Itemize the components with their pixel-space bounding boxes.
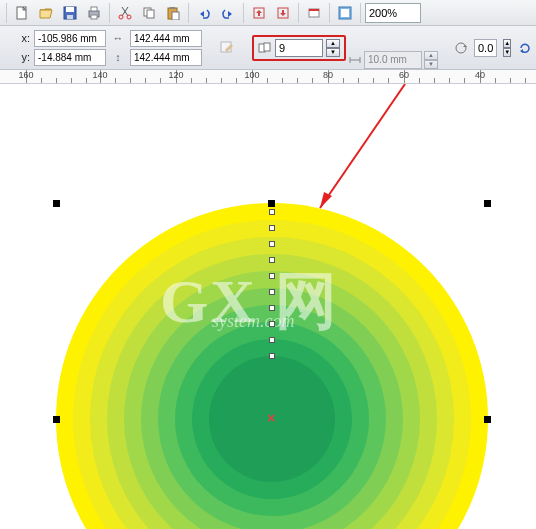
steps-up[interactable]: ▲ bbox=[326, 39, 340, 48]
coord-grid: x: -105.986 mm ↔ 142.444 mm y: -14.884 m… bbox=[16, 30, 202, 66]
x-label: x: bbox=[16, 32, 30, 44]
path-node[interactable] bbox=[269, 353, 275, 359]
extent-spinner[interactable]: ▲ ▼ bbox=[424, 51, 438, 69]
loop-blend-button[interactable] bbox=[517, 37, 533, 59]
open-button[interactable] bbox=[35, 2, 57, 24]
svg-marker-15 bbox=[228, 11, 232, 17]
selection-handle-tc[interactable] bbox=[268, 200, 275, 207]
center-marker: × bbox=[267, 410, 275, 426]
svg-marker-33 bbox=[520, 49, 523, 53]
path-node[interactable] bbox=[269, 209, 275, 215]
height-input[interactable]: 142.444 mm bbox=[130, 49, 202, 66]
svg-rect-3 bbox=[67, 15, 73, 19]
angle-up[interactable]: ▲ bbox=[503, 39, 511, 48]
svg-point-31 bbox=[456, 43, 466, 53]
path-node[interactable] bbox=[269, 273, 275, 279]
path-node[interactable] bbox=[269, 305, 275, 311]
print-button[interactable] bbox=[83, 2, 105, 24]
export-button[interactable] bbox=[272, 2, 294, 24]
y-label: y: bbox=[16, 51, 30, 63]
blend-direction-button[interactable] bbox=[218, 37, 236, 59]
extent-up[interactable]: ▲ bbox=[424, 51, 438, 60]
new-doc-button[interactable] bbox=[11, 2, 33, 24]
save-button[interactable] bbox=[59, 2, 81, 24]
copy-button[interactable] bbox=[138, 2, 160, 24]
selection-handle-mr[interactable] bbox=[484, 416, 491, 423]
svg-rect-13 bbox=[172, 12, 179, 20]
path-node[interactable] bbox=[269, 289, 275, 295]
svg-rect-23 bbox=[341, 9, 349, 17]
path-node[interactable] bbox=[269, 321, 275, 327]
horizontal-ruler: 160140120100806040 bbox=[0, 70, 536, 84]
steps-spinner[interactable]: ▲ ▼ bbox=[326, 39, 340, 57]
fullscreen-button[interactable] bbox=[334, 2, 356, 24]
selection-handle-tr[interactable] bbox=[484, 200, 491, 207]
rotation-icon bbox=[454, 41, 468, 55]
path-node[interactable] bbox=[269, 337, 275, 343]
path-node[interactable] bbox=[269, 225, 275, 231]
import-button[interactable] bbox=[248, 2, 270, 24]
angle-down[interactable]: ▼ bbox=[503, 48, 511, 57]
extent-icon bbox=[348, 53, 362, 67]
angle-spinner[interactable]: ▲ ▼ bbox=[503, 39, 511, 57]
svg-rect-2 bbox=[66, 7, 74, 12]
cut-button[interactable] bbox=[114, 2, 136, 24]
steps-down[interactable]: ▼ bbox=[326, 48, 340, 57]
svg-rect-27 bbox=[264, 43, 270, 51]
x-input[interactable]: -105.986 mm bbox=[34, 30, 106, 47]
path-node[interactable] bbox=[269, 241, 275, 247]
svg-marker-35 bbox=[320, 192, 332, 208]
svg-rect-21 bbox=[309, 9, 319, 11]
svg-marker-32 bbox=[463, 45, 467, 47]
svg-marker-19 bbox=[280, 10, 286, 16]
svg-marker-14 bbox=[200, 11, 204, 17]
steps-icon bbox=[258, 41, 272, 55]
svg-rect-10 bbox=[147, 10, 154, 18]
width-icon: ↔ bbox=[110, 32, 126, 44]
width-input[interactable]: 142.444 mm bbox=[130, 30, 202, 47]
svg-rect-6 bbox=[91, 15, 97, 19]
height-icon: ↕ bbox=[110, 51, 126, 63]
angle-input[interactable]: 0.0 bbox=[474, 39, 497, 57]
y-input[interactable]: -14.884 mm bbox=[34, 49, 106, 66]
zoom-input[interactable]: 200% bbox=[365, 3, 421, 23]
blend-steps-highlight: 9 ▲ ▼ bbox=[252, 35, 346, 61]
svg-rect-5 bbox=[91, 7, 97, 11]
selection-handle-tl[interactable] bbox=[53, 200, 60, 207]
paste-button[interactable] bbox=[162, 2, 184, 24]
extent-input: 10.0 mm bbox=[364, 51, 422, 69]
drawing-canvas[interactable]: GX 网 system.com × bbox=[0, 84, 536, 529]
app-launch-button[interactable] bbox=[303, 2, 325, 24]
redo-button[interactable] bbox=[217, 2, 239, 24]
zoom-value: 200% bbox=[369, 7, 397, 19]
svg-line-34 bbox=[320, 84, 405, 208]
property-bar: x: -105.986 mm ↔ 142.444 mm y: -14.884 m… bbox=[0, 26, 536, 70]
extent-down[interactable]: ▼ bbox=[424, 60, 438, 69]
svg-rect-12 bbox=[170, 7, 175, 9]
blend-steps-input[interactable]: 9 bbox=[275, 39, 323, 57]
svg-marker-17 bbox=[256, 10, 262, 16]
svg-point-8 bbox=[127, 15, 131, 19]
path-node[interactable] bbox=[269, 257, 275, 263]
svg-point-7 bbox=[119, 15, 123, 19]
main-toolbar: 200% bbox=[0, 0, 536, 26]
undo-button[interactable] bbox=[193, 2, 215, 24]
selection-handle-ml[interactable] bbox=[53, 416, 60, 423]
